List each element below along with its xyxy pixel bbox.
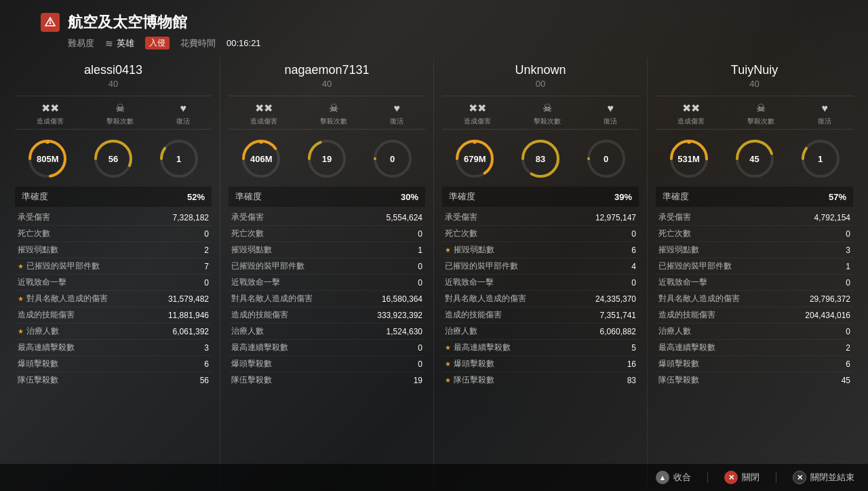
accuracy-value-3: 57%	[829, 192, 846, 202]
collapse-action[interactable]: ▲ 收合	[656, 471, 691, 484]
stats-row-1-6: 造成的技能傷害 333,923,392	[229, 307, 425, 323]
player-header-3: TuiyNuiy 40	[656, 58, 853, 92]
stats-row-2-3: 已摧毀的裝甲部件數 4	[442, 258, 639, 275]
revive-label-3: 復活	[818, 117, 831, 126]
stats-row-2-7: 治療人數 6,060,882	[442, 323, 639, 340]
stats-row-1-9: 爆頭擊殺數 0	[229, 356, 425, 372]
stats-row-value-2-2: 6	[631, 246, 636, 255]
player-level-0: 40	[15, 79, 212, 89]
kills-circle-3: 45	[734, 138, 776, 180]
stats-row-value-0-3: 7	[204, 262, 209, 271]
revive-icon-group-0: ♥ 復活	[176, 102, 190, 126]
accuracy-value-1: 30%	[401, 192, 418, 202]
stats-row-value-2-10: 83	[627, 376, 636, 385]
star-marker: ★	[445, 376, 451, 384]
close-action[interactable]: ✕ 關閉	[724, 471, 760, 484]
kills-icon-2: ☠	[542, 102, 552, 115]
revives-circle-2: 0	[585, 138, 627, 180]
stats-row-3-2: 摧毀弱點數 3	[656, 242, 853, 258]
stats-row-value-3-10: 45	[842, 376, 850, 385]
stats-row-0-8: 最高連續擊殺數 3	[15, 340, 212, 356]
close-end-action[interactable]: ✕ 關閉並結束	[793, 471, 854, 484]
stats-row-value-3-9: 6	[846, 359, 850, 369]
circular-stats-1: 406M 19	[229, 134, 425, 184]
stats-row-value-3-8: 2	[846, 343, 850, 353]
bottom-bar: ▲ 收合 ✕ 關閉 ✕ 關閉並結束	[0, 464, 868, 491]
stats-row-label-2-4: 近戰致命一擊	[445, 277, 494, 288]
stats-row-1-8: 最高連續擊殺數 0	[229, 340, 425, 356]
stats-row-value-2-3: 4	[631, 262, 636, 271]
player-header-2: Unknown 00	[442, 58, 639, 92]
player-level-1: 40	[229, 79, 425, 89]
star-marker: ★	[445, 344, 451, 351]
accuracy-row-1: 準確度 30%	[229, 186, 425, 207]
header: 航空及太空博物館 難易度 ≋ 英雄 入侵 花費時間 00:16:21	[0, 0, 868, 55]
star-marker: ★	[18, 328, 24, 335]
stats-row-value-1-10: 19	[414, 376, 422, 385]
main-content: 航空及太空博物館 難易度 ≋ 英雄 入侵 花費時間 00:16:21 aless…	[0, 0, 868, 491]
stats-row-value-1-3: 0	[418, 262, 422, 271]
damage-icon-3: ✖✖	[682, 102, 700, 115]
stats-row-label-0-7: ★ 治療人數	[18, 326, 59, 337]
stats-row-value-0-7: 6,061,392	[173, 327, 209, 336]
stats-row-label-2-5: 對具名敵人造成的傷害	[445, 293, 526, 305]
circular-stats-2: 679M 83	[442, 134, 639, 184]
stats-row-label-1-0: 承受傷害	[231, 212, 264, 223]
time-label: 花費時間	[180, 37, 216, 50]
stats-row-value-2-8: 5	[631, 343, 636, 353]
player-col-2: Unknown 00 ✖✖ 造成傷害 ☠ 擊殺次數 ♥ 復活	[434, 58, 648, 488]
stats-row-label-1-5: 對具名敵人造成的傷害	[231, 293, 313, 305]
player-col-3: TuiyNuiy 40 ✖✖ 造成傷害 ☠ 擊殺次數 ♥ 復活	[648, 58, 861, 488]
damage-icon-group-3: ✖✖ 造成傷害	[677, 102, 705, 126]
player-name-2: Unknown	[442, 63, 639, 77]
star-marker: ★	[445, 246, 451, 254]
stats-row-label-2-8: ★ 最高連續擊殺數	[445, 342, 511, 353]
player-name-3: TuiyNuiy	[656, 63, 853, 77]
stats-row-label-3-7: 治療人數	[658, 326, 691, 337]
stats-row-2-1: 死亡次數 0	[442, 226, 639, 242]
damage-label-0: 造成傷害	[37, 117, 64, 126]
stats-row-2-10: ★ 隊伍擊殺數 83	[442, 372, 639, 388]
player-name-1: nagaemon7131	[229, 63, 425, 77]
stats-row-3-10: 隊伍擊殺數 45	[656, 372, 853, 388]
close-end-label: 關閉並結束	[810, 471, 854, 484]
difficulty-label: 難易度	[68, 37, 94, 50]
stats-row-label-2-3: 已摧毀的裝甲部件數	[445, 260, 518, 272]
stats-row-value-0-10: 56	[200, 376, 209, 385]
player-level-3: 40	[656, 79, 853, 89]
revives-circle-0: 1	[158, 138, 200, 180]
stats-row-0-0: 承受傷害 7,328,182	[15, 210, 212, 226]
stats-row-0-4: 近戰致命一擊 0	[15, 275, 212, 291]
kills-icon-group-2: ☠ 擊殺次數	[534, 102, 561, 126]
stats-row-label-3-6: 造成的技能傷害	[658, 309, 715, 321]
entry-badge: 入侵	[145, 37, 170, 50]
stats-row-value-0-9: 6	[204, 359, 209, 369]
accuracy-label-0: 準確度	[22, 191, 48, 203]
stats-row-2-6: 造成的技能傷害 7,351,741	[442, 307, 639, 323]
stats-row-label-3-0: 承受傷害	[658, 212, 691, 223]
circular-stats-3: 531M 45	[656, 134, 853, 184]
stats-row-label-0-4: 近戰致命一擊	[18, 277, 66, 288]
stats-row-label-1-2: 摧毀弱點數	[231, 244, 272, 256]
stats-row-label-3-8: 最高連續擊殺數	[658, 342, 715, 353]
stats-row-label-1-10: 隊伍擊殺數	[231, 374, 272, 386]
stats-row-3-9: 爆頭擊殺數 6	[656, 356, 853, 372]
player-header-1: nagaemon7131 40	[229, 58, 425, 92]
stats-row-label-0-1: 死亡次數	[18, 228, 50, 239]
stats-row-label-3-10: 隊伍擊殺數	[658, 374, 699, 386]
stats-icons-row-1: ✖✖ 造成傷害 ☠ 擊殺次數 ♥ 復活	[229, 96, 425, 130]
close-icon: ✕	[724, 471, 738, 484]
stats-row-value-1-2: 1	[418, 246, 422, 255]
damage-icon-2: ✖✖	[469, 102, 486, 115]
mission-meta: 難易度 ≋ 英雄 入侵 花費時間 00:16:21	[68, 37, 827, 50]
stats-row-3-1: 死亡次數 0	[656, 226, 853, 242]
stats-row-1-0: 承受傷害 5,554,624	[229, 210, 425, 226]
kills-label-2: 擊殺次數	[534, 117, 561, 126]
stats-row-value-3-3: 1	[846, 262, 850, 271]
circular-stats-0: 805M 56	[15, 134, 212, 184]
stats-row-0-2: 摧毀弱點數 2	[15, 242, 212, 258]
stats-row-0-1: 死亡次數 0	[15, 226, 212, 242]
damage-icon-group-1: ✖✖ 造成傷害	[250, 102, 277, 126]
stats-row-value-1-8: 0	[418, 343, 422, 353]
mission-title-row: 航空及太空博物館	[41, 12, 827, 33]
